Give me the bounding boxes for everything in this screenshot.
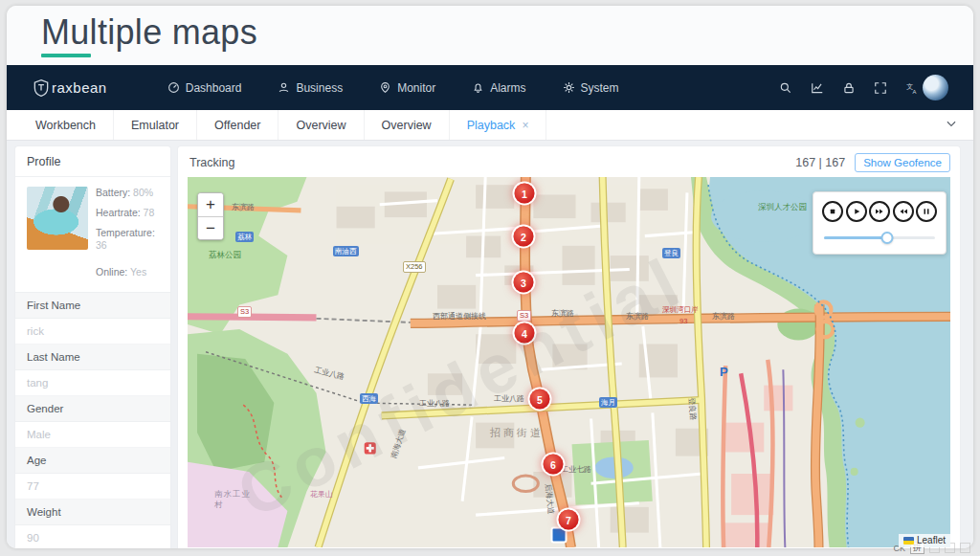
tab-overview[interactable]: Overview [365, 110, 450, 140]
traxbean-logo[interactable]: raxbean [32, 78, 107, 98]
nav-item-business[interactable]: Business [278, 81, 343, 95]
slider-track[interactable] [824, 236, 935, 239]
track-marker-1[interactable]: 1 [515, 184, 535, 204]
shield-t-icon [32, 78, 51, 98]
business-icon [278, 81, 290, 94]
stat-label: Battery: [96, 187, 133, 198]
field-label-gender: Gender [15, 396, 170, 422]
pause-button[interactable] [916, 201, 937, 222]
map-canvas[interactable]: 东滨路荔林荔林公园南油西X256S3西部通道侧接线S3东滨路东滨路深圳湾口岸93… [188, 177, 950, 547]
field-value-last-name[interactable]: tang [15, 370, 170, 396]
user-avatar[interactable] [923, 75, 948, 100]
fullscreen-icon[interactable] [874, 81, 887, 95]
slider-handle[interactable] [881, 232, 894, 244]
slider-fill [824, 236, 887, 239]
field-value-first-name[interactable]: rick [15, 319, 170, 345]
profile-photo [27, 187, 88, 250]
field-value-age[interactable]: 77 [15, 474, 170, 500]
tab-label: Overview [296, 119, 345, 132]
nav-item-label: System [581, 81, 619, 95]
stat-heartrate-: Heartrate: 78 [96, 207, 163, 219]
tab-emulator[interactable]: Emulator [114, 110, 197, 140]
playback-buttons [822, 201, 937, 222]
tab-label: Overview [382, 119, 432, 132]
fast-forward-button[interactable] [869, 201, 890, 222]
tracking-title: Tracking [189, 156, 234, 169]
title-accent-underline [41, 54, 91, 57]
track-marker-5[interactable]: 5 [530, 389, 550, 410]
zoom-out-button[interactable]: − [198, 216, 223, 239]
chart-icon[interactable] [811, 81, 824, 95]
nav-item-label: Dashboard [186, 81, 242, 95]
ukraine-flag-icon [903, 537, 914, 545]
tracking-header: Tracking 167 | 167 Show Geofence [178, 146, 960, 177]
field-value-gender[interactable]: Male [15, 422, 170, 448]
profile-panel: Profile Battery: 80%Heartrate: 78Tempera… [15, 146, 170, 548]
stat-label: Heartrate: [96, 207, 144, 218]
playback-slider[interactable] [822, 231, 937, 244]
leaflet-attribution[interactable]: Leaflet [899, 534, 950, 547]
app-window: Multiple maps raxbean DashboardBusinessM… [7, 6, 973, 548]
tab-offender[interactable]: Offender [197, 110, 278, 140]
alarms-icon [472, 81, 484, 94]
track-marker-6[interactable]: 6 [544, 455, 564, 475]
profile-stats: Battery: 80%Heartrate: 78Temperature: 36… [96, 187, 163, 286]
tracking-panel: Tracking 167 | 167 Show Geofence [178, 146, 960, 548]
stat-value: 36 [96, 239, 107, 251]
nav-item-label: Alarms [490, 81, 525, 95]
hospital-icon [365, 442, 376, 454]
lock-icon[interactable] [842, 81, 856, 95]
tab-bar-tabs: WorkbenchEmulatorOffenderOverviewOvervie… [18, 110, 546, 140]
nav-item-system[interactable]: System [563, 81, 619, 95]
nav-item-dashboard[interactable]: Dashboard [167, 81, 242, 95]
playback-control-card [813, 191, 947, 255]
current-position-marker[interactable] [551, 527, 568, 544]
monitor-icon [379, 81, 391, 94]
page-title: Multiple maps [41, 13, 973, 52]
point-counter: 167 | 167 [795, 156, 845, 169]
nav-actions: 文A [779, 81, 919, 95]
stat-label: Online: [96, 266, 130, 278]
stat-value: 80% [133, 187, 153, 198]
tab-close-icon[interactable]: × [522, 119, 528, 132]
brand-text: raxbean [52, 79, 107, 96]
tab-label: Emulator [131, 119, 179, 132]
tab-workbench[interactable]: Workbench [18, 110, 114, 140]
stat-value: 78 [144, 207, 155, 218]
profile-fields: First NamerickLast NametangGenderMaleAge… [15, 292, 170, 548]
tab-playback[interactable]: Playback× [450, 110, 547, 140]
track-marker-7[interactable]: 7 [559, 510, 579, 530]
tab-bar: WorkbenchEmulatorOffenderOverviewOvervie… [7, 110, 973, 141]
tab-overview[interactable]: Overview [278, 110, 364, 140]
dashboard-icon [167, 81, 180, 94]
main-content: Profile Battery: 80%Heartrate: 78Tempera… [7, 141, 973, 548]
tab-label: Offender [214, 119, 260, 132]
map-zoom-control: + − [197, 192, 224, 240]
zoom-in-button[interactable]: + [198, 193, 223, 216]
field-value-weight[interactable]: 90 [15, 525, 170, 548]
field-label-weight: Weight [15, 500, 170, 525]
track-marker-4[interactable]: 4 [515, 323, 535, 344]
ime-icon-placeholder[interactable] [960, 543, 970, 553]
track-marker-3[interactable]: 3 [514, 273, 534, 293]
tab-label: Workbench [35, 119, 96, 132]
translate-icon[interactable]: 文A [905, 81, 919, 95]
profile-panel-title: Profile [15, 146, 170, 177]
nav-item-monitor[interactable]: Monitor [379, 81, 435, 95]
profile-body: Battery: 80%Heartrate: 78Temperature: 36… [15, 177, 170, 292]
screen-frame: Multiple maps raxbean DashboardBusinessM… [0, 0, 980, 556]
stop-button[interactable] [822, 201, 843, 222]
play-button[interactable] [846, 201, 867, 222]
show-geofence-button[interactable]: Show Geofence [855, 153, 950, 172]
tabs-chevron-down-icon[interactable] [945, 117, 958, 134]
nav-item-label: Business [296, 81, 343, 95]
nav-item-alarms[interactable]: Alarms [472, 81, 525, 95]
track-marker-2[interactable]: 2 [514, 227, 534, 247]
stat-temperature-: Temperature: 36 [96, 227, 163, 252]
rewind-button[interactable] [893, 201, 914, 222]
field-label-last-name: Last Name [15, 345, 170, 370]
stat-value: Yes [130, 266, 146, 278]
nav-menu: DashboardBusinessMonitorAlarmsSystem [149, 81, 637, 95]
search-icon[interactable] [779, 81, 792, 95]
nav-item-label: Monitor [397, 81, 435, 95]
